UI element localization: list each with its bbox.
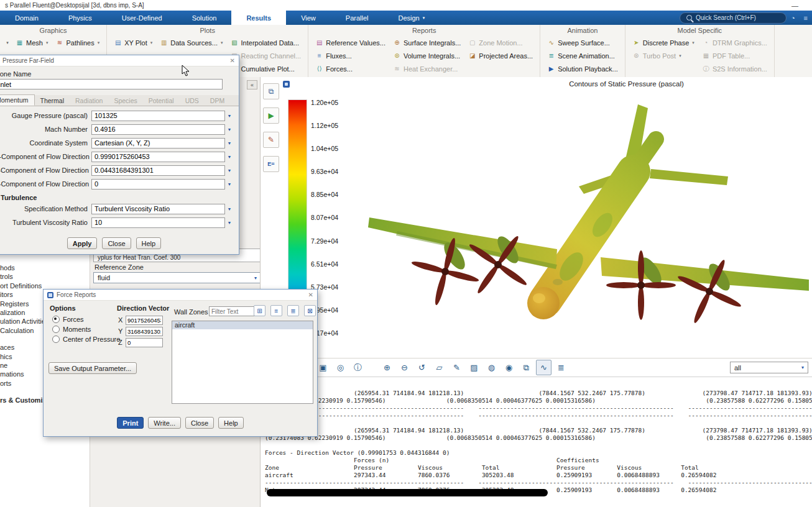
info-icon[interactable]: ◔ <box>791 14 795 22</box>
chevron-down-icon[interactable]: ▼ <box>225 207 234 211</box>
write-button[interactable]: Write... <box>148 417 181 429</box>
ribbon-tab-domain[interactable]: Domain <box>0 11 53 25</box>
new-page-icon[interactable]: ▱ <box>431 360 447 375</box>
print-button[interactable]: Print <box>117 417 144 429</box>
pff-field-specification-method[interactable] <box>91 204 225 214</box>
magnifier-icon[interactable]: ◎ <box>333 360 348 375</box>
close-button[interactable]: Close <box>185 417 214 429</box>
chart-icon[interactable]: ∿ <box>536 360 551 375</box>
pff-field-z-component-of-flow-direction[interactable] <box>91 179 225 190</box>
wall-zones-list[interactable]: aircraft <box>172 321 313 404</box>
zoom-in-icon[interactable]: ⊕ <box>379 360 395 375</box>
direction-vector-z[interactable] <box>126 338 163 347</box>
chevron-down-icon[interactable]: ▼ <box>225 141 234 145</box>
close-icon[interactable]: ✕ <box>308 291 313 298</box>
side-tool-copy-page-icon[interactable]: ⧉ <box>263 83 279 99</box>
highlight-icon[interactable]: ▨ <box>466 360 482 375</box>
ribbon-tab-design[interactable]: Design▾ <box>383 11 440 25</box>
filter-select-icon[interactable]: ≣ <box>287 305 299 316</box>
ribbon-button-solution-playback[interactable]: ▶Solution Playback... <box>543 62 622 75</box>
side-tool-equation-icon[interactable]: E= <box>263 156 279 172</box>
ribbon-button-surface-integrals[interactable]: ⊕Surface Integrals... <box>389 36 464 49</box>
pff-field-coordinate-system[interactable] <box>91 138 225 148</box>
ribbon-button-mesh[interactable]: ▦Mesh▾ <box>12 36 52 49</box>
side-tool-draw-icon[interactable]: ✎ <box>263 132 279 148</box>
pff-field-x-component-of-flow-direction[interactable] <box>91 152 225 162</box>
globe-icon[interactable]: ◉ <box>501 360 517 375</box>
pff-tab-momentum[interactable]: Momentum <box>0 94 35 106</box>
copy-icon[interactable]: ⧉ <box>519 360 534 375</box>
ribbon-tab-user-defined[interactable]: User-Defined <box>107 11 177 25</box>
chevron-down-icon[interactable]: ▼ <box>225 114 234 118</box>
pff-tab-species[interactable]: Species <box>108 96 142 106</box>
help-button[interactable]: Help <box>136 237 162 249</box>
wall-zone-item[interactable]: aircraft <box>172 321 313 329</box>
ribbon-button-pathlines[interactable]: ≋Pathlines▾ <box>52 36 103 49</box>
help-button[interactable]: Help <box>218 417 244 429</box>
pff-tab-potential[interactable]: Potential <box>143 96 180 106</box>
pff-field-gauge-pressure-pascal[interactable] <box>91 111 225 121</box>
radio-center-of-pressure[interactable]: Center of Pressure <box>52 334 120 344</box>
ribbon-button-s2s-information[interactable]: ⓘS2S Information... <box>698 62 771 75</box>
ribbon-button-interpolated-data[interactable]: ▧Interpolated Data... <box>227 36 305 49</box>
ribbon-button-sweep-surface[interactable]: ∿Sweep Surface... <box>543 36 622 49</box>
radio-moments[interactable]: Moments <box>52 324 120 334</box>
ribbon-button-zone-motion[interactable]: ▢Zone Motion... <box>464 36 537 49</box>
ribbon-button-scene-animation[interactable]: ≣Scene Animation... <box>543 49 622 62</box>
direction-vector-x[interactable] <box>126 316 163 325</box>
tree-item-trols[interactable]: trols <box>0 272 90 281</box>
filter-list-icon[interactable]: ≡ <box>270 305 282 316</box>
chevron-down-icon[interactable]: ▼ <box>225 182 234 186</box>
ribbon-button-reference-values[interactable]: ▤Reference Values... <box>311 36 389 49</box>
tree-item-hods[interactable]: hods <box>0 263 90 272</box>
pff-field-y-component-of-flow-direction[interactable] <box>91 165 225 176</box>
chevron-down-icon[interactable]: ▼ <box>225 168 234 173</box>
ribbon-tab-solution[interactable]: Solution <box>177 11 232 25</box>
overflow-caret-button[interactable]: ▾ <box>3 36 12 49</box>
pff-tab-radiation[interactable]: Radiation <box>70 96 108 106</box>
report-icon[interactable]: ≣ <box>553 360 569 375</box>
ribbon-button-discrete-phase[interactable]: ➤Discrete Phase▾ <box>629 36 698 49</box>
surface-select[interactable]: all ▾ <box>730 362 808 373</box>
radio-forces[interactable]: Forces <box>52 314 120 324</box>
reference-zone-select[interactable]: fluid ▾ <box>93 272 261 283</box>
graphics-canvas[interactable]: ⧉▶✎E= Contours of Static Pressure (pasca… <box>261 77 812 358</box>
zoom-out-icon[interactable]: ⊖ <box>397 360 412 375</box>
apply-button[interactable]: Apply <box>67 237 98 249</box>
wall-zones-filter-input[interactable] <box>209 306 255 316</box>
pff-tab-uds[interactable]: UDS <box>180 96 205 106</box>
pff-field-mach-number[interactable] <box>91 124 225 135</box>
ribbon-button-fluxes[interactable]: ≡Fluxes... <box>311 49 389 62</box>
chevron-down-icon[interactable]: ▼ <box>225 127 234 132</box>
chevron-down-icon[interactable]: ▼ <box>225 221 234 225</box>
filter-clear-icon[interactable]: ⊠ <box>304 305 316 316</box>
filter-match-icon[interactable]: ⊞ <box>254 305 265 316</box>
annotate-icon[interactable]: ✎ <box>449 360 464 375</box>
direction-vector-y[interactable] <box>126 327 163 336</box>
close-icon[interactable]: ✕ <box>230 57 235 64</box>
ribbon-button-projected-areas[interactable]: ◪Projected Areas... <box>464 49 537 62</box>
quick-search-input[interactable]: Quick Search (Ctrl+F) <box>680 12 787 24</box>
lights-icon[interactable]: ◍ <box>484 360 499 375</box>
orbit-icon[interactable]: ↺ <box>414 360 430 375</box>
ribbon-button-volume-integrals[interactable]: ⊛Volume Integrals... <box>389 49 464 62</box>
console[interactable]: (265954.31 714184.94 181218.13) (7844.15… <box>261 377 812 507</box>
dialog-titlebar[interactable]: Pressure Far-Field ✕ <box>0 55 239 66</box>
close-button[interactable]: Close <box>102 237 131 249</box>
ribbon-button-xy-plot[interactable]: ▤XY Plot▾ <box>110 36 156 49</box>
ribbon-button-turbo-post[interactable]: ⊛Turbo Post▾ <box>629 49 698 62</box>
dialog-titlebar[interactable]: Force Reports ✕ <box>44 290 317 301</box>
ribbon-button-pdf-table[interactable]: ▦PDF Table... <box>698 49 771 62</box>
ribbon-tab-parallel[interactable]: Parallel <box>331 11 384 25</box>
save-output-parameter-button[interactable]: Save Output Parameter... <box>48 362 137 374</box>
chevron-down-icon[interactable]: ▼ <box>225 155 234 159</box>
pff-tab-thermal[interactable]: Thermal <box>35 96 70 106</box>
ribbon-tab-results[interactable]: Results <box>231 11 286 25</box>
minimize-button[interactable]: — <box>791 2 798 9</box>
menu-icon[interactable]: ≡ <box>804 14 808 22</box>
info-icon[interactable]: ⓘ <box>350 360 366 375</box>
ribbon-button-heat-exchanger[interactable]: ≋Heat Exchanger... <box>389 62 464 75</box>
ribbon-button-data-sources[interactable]: ▥Data Sources...▾ <box>156 36 226 49</box>
pff-field-turbulent-viscosity-ratio[interactable] <box>91 217 225 228</box>
collapse-panel-button[interactable]: « <box>247 80 257 89</box>
